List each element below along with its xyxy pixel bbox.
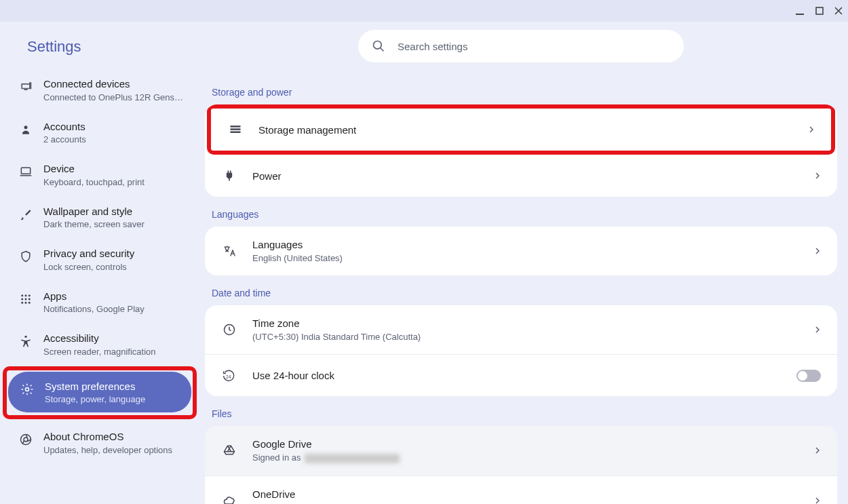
sidebar-item-sublabel: Dark theme, screen saver <box>43 219 144 229</box>
sidebar-item-label: Accessibility <box>43 332 155 345</box>
svg-point-7 <box>21 298 23 300</box>
redacted-email <box>305 454 400 463</box>
card-date-time: Time zone (UTC+5:30) India Standard Time… <box>205 305 837 396</box>
row-languages[interactable]: Languages English (United States) <box>205 227 837 275</box>
translate-icon <box>221 243 237 259</box>
sidebar-item-label: Wallpaper and style <box>43 205 144 218</box>
svg-point-4 <box>21 294 23 296</box>
sidebar-item-system-preferences[interactable]: System preferences Storage, power, langu… <box>8 372 191 413</box>
section-header-storage-power: Storage and power <box>205 75 837 104</box>
sidebar-item-label: Device <box>43 162 144 176</box>
cloud-icon <box>221 492 237 504</box>
section-header-files: Files <box>205 396 837 426</box>
devices-icon <box>18 79 34 95</box>
toggle-24h-clock[interactable] <box>796 370 821 382</box>
chevron-right-icon <box>814 172 821 179</box>
svg-rect-18 <box>231 125 241 128</box>
svg-rect-1 <box>816 7 823 14</box>
sidebar-item-sublabel: 2 accounts <box>43 134 86 144</box>
row-google-drive[interactable]: Google Drive Signed in as <box>205 426 837 476</box>
chevron-right-icon <box>814 248 821 254</box>
search-icon <box>372 39 385 53</box>
sidebar-item-accessibility[interactable]: Accessibility Screen reader, magnificati… <box>7 324 197 365</box>
chevron-right-icon <box>814 447 821 454</box>
row-onedrive[interactable]: OneDrive Add your Microsoft account <box>205 476 837 504</box>
svg-point-5 <box>25 294 27 296</box>
sidebar-item-about[interactable]: About ChromeOS Updates, help, developer … <box>7 422 197 463</box>
annotation-highlight-sidebar: System preferences Storage, power, langu… <box>3 366 197 420</box>
close-icon[interactable] <box>834 7 843 15</box>
sidebar-item-connected-devices[interactable]: Connected devices Connected to OnePlus 1… <box>7 69 197 111</box>
sidebar-item-sublabel: Connected to OnePlus 12R Gens… <box>43 92 183 102</box>
storage-icon <box>227 121 244 138</box>
svg-point-6 <box>28 294 31 296</box>
clock-icon <box>221 322 237 338</box>
power-plug-icon <box>221 168 237 184</box>
chevron-right-icon <box>814 326 821 333</box>
account-icon <box>18 121 34 138</box>
sidebar-item-apps[interactable]: Apps Notifications, Google Play <box>7 282 197 323</box>
apps-icon <box>18 291 34 307</box>
sidebar-item-sublabel: Lock screen, controls <box>43 262 134 272</box>
row-sublabel: Signed in as <box>252 452 814 463</box>
sidebar-item-sublabel: Storage, power, language <box>45 394 145 404</box>
row-label: Use 24-hour clock <box>252 370 796 381</box>
sidebar-item-label: Connected devices <box>43 77 183 91</box>
main-content: Storage and power Storage management <box>204 22 848 504</box>
row-label: Google Drive <box>252 438 814 450</box>
maximize-icon[interactable] <box>815 7 824 15</box>
row-label: Time zone <box>252 317 814 329</box>
annotation-highlight-storage: Storage management <box>207 104 835 155</box>
gear-icon <box>19 381 35 398</box>
sidebar-item-label: Accounts <box>43 120 86 134</box>
sidebar-item-label: System preferences <box>45 380 145 393</box>
svg-rect-3 <box>21 168 30 174</box>
svg-rect-0 <box>796 14 804 15</box>
svg-point-14 <box>26 387 29 391</box>
search-bar[interactable] <box>358 30 684 62</box>
svg-rect-19 <box>231 128 241 130</box>
row-24h-clock[interactable]: 24 Use 24-hour clock <box>205 354 837 396</box>
row-sublabel: (UTC+5:30) India Standard Time (Calcutta… <box>252 332 814 342</box>
sidebar-item-sublabel: Updates, help, developer options <box>43 445 172 455</box>
brush-icon <box>18 206 34 222</box>
row-label: Power <box>252 170 814 182</box>
row-storage-management[interactable]: Storage management <box>211 109 831 151</box>
chrome-icon <box>18 431 34 448</box>
section-header-languages: Languages <box>205 197 837 227</box>
svg-point-8 <box>25 298 27 300</box>
row-power[interactable]: Power <box>205 155 837 197</box>
sidebar-item-sublabel: Keyboard, touchpad, print <box>43 177 144 187</box>
svg-point-17 <box>374 41 382 50</box>
sidebar-item-accounts[interactable]: Accounts 2 accounts <box>7 112 197 153</box>
search-input[interactable] <box>398 41 670 52</box>
svg-text:24: 24 <box>226 374 231 379</box>
sidebar-item-wallpaper[interactable]: Wallpaper and style Dark theme, screen s… <box>7 197 197 238</box>
row-timezone[interactable]: Time zone (UTC+5:30) India Standard Time… <box>205 305 837 354</box>
svg-point-11 <box>25 301 27 303</box>
row-label: Languages <box>252 239 814 250</box>
sidebar: Settings Connected devices Connected to … <box>0 22 204 504</box>
sidebar-item-label: About ChromeOS <box>43 430 172 444</box>
sidebar-item-device[interactable]: Device Keyboard, touchpad, print <box>7 154 197 195</box>
chevron-right-icon <box>814 497 821 504</box>
sidebar-item-privacy[interactable]: Privacy and security Lock screen, contro… <box>7 239 197 280</box>
row-label: OneDrive <box>252 488 814 500</box>
shield-icon <box>18 248 34 265</box>
card-languages: Languages English (United States) <box>205 227 837 275</box>
row-sublabel: English (United States) <box>252 253 814 263</box>
card-storage-power: Storage management Power <box>205 104 837 197</box>
sidebar-item-sublabel: Screen reader, magnification <box>43 347 155 357</box>
accessibility-icon <box>18 333 34 349</box>
minimize-icon[interactable] <box>795 6 805 16</box>
drive-icon <box>221 442 237 459</box>
page-title: Settings <box>7 22 197 69</box>
laptop-icon <box>18 163 34 180</box>
row-label: Storage management <box>258 124 808 136</box>
svg-point-13 <box>24 336 26 338</box>
sidebar-item-label: Apps <box>43 290 144 303</box>
clock-24-icon: 24 <box>221 368 237 384</box>
svg-rect-20 <box>231 132 241 134</box>
svg-point-15 <box>21 435 31 445</box>
svg-point-10 <box>21 301 23 303</box>
